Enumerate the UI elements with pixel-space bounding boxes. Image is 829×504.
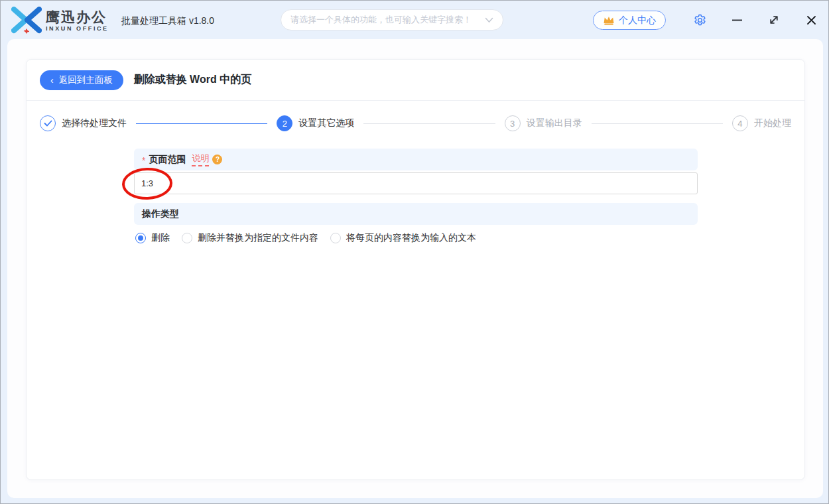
app-title: 批量处理工具箱 v1.8.0 [121, 15, 214, 27]
operation-type-options: 删除 删除并替换为指定的文件内容 将每页的内容替换为输入的文本 [134, 232, 698, 244]
titlebar: 鹰迅办公 INXUN OFFICE 批量处理工具箱 v1.8.0 请选择一个具体… [1, 1, 828, 39]
options-form: * 页面范围 说明 ? 操作类型 删除 [134, 149, 698, 244]
step-start-process: 4 开始处理 [732, 115, 791, 131]
radio-option-replace-text[interactable]: 将每页的内容替换为输入的文本 [330, 232, 476, 244]
maximize-icon [769, 15, 779, 25]
minimize-button[interactable] [726, 1, 747, 39]
step-set-options: 2 设置其它选项 [277, 115, 354, 131]
step-3-number: 3 [505, 115, 521, 131]
radio-option-delete-replace-file[interactable]: 删除并替换为指定的文件内容 [182, 232, 318, 244]
page-title: 删除或替换 Word 中的页 [134, 73, 251, 87]
close-icon [806, 15, 816, 25]
app-window: 鹰迅办公 INXUN OFFICE 批量处理工具箱 v1.8.0 请选择一个具体… [0, 0, 829, 504]
radio-option-label: 将每页的内容替换为输入的文本 [346, 232, 476, 244]
radio-unselected-icon[interactable] [182, 233, 192, 243]
step-4-number: 4 [732, 115, 748, 131]
operation-type-label-strip: 操作类型 [134, 203, 698, 225]
page-range-label-strip: * 页面范围 说明 ? [134, 149, 698, 170]
step-2-number: 2 [277, 115, 292, 131]
page-range-help-link[interactable]: 说明 [192, 153, 209, 166]
radio-option-delete[interactable]: 删除 [135, 232, 170, 244]
function-search-select[interactable]: 请选择一个具体的功能，也可输入关键字搜索！ [281, 9, 503, 31]
close-button[interactable] [800, 1, 822, 39]
step-connector [363, 123, 495, 124]
step-connector [592, 123, 723, 124]
logo-icon [11, 7, 42, 34]
tool-card: ‹ 返回到主面板 删除或替换 Word 中的页 选择待处理文件 2 设置其它选项 [26, 59, 805, 480]
step-1-label: 选择待处理文件 [62, 117, 127, 129]
back-button-label: 返回到主面板 [59, 74, 113, 86]
maximize-button[interactable] [763, 1, 785, 39]
back-to-dashboard-button[interactable]: ‹ 返回到主面板 [40, 70, 123, 90]
crown-icon [603, 15, 615, 25]
function-search-placeholder: 请选择一个具体的功能，也可输入关键字搜索！ [290, 14, 485, 26]
card-header: ‹ 返回到主面板 删除或替换 Word 中的页 [27, 60, 804, 101]
main-content: ‹ 返回到主面板 删除或替换 Word 中的页 选择待处理文件 2 设置其它选项 [7, 39, 823, 498]
minimize-icon [732, 19, 742, 21]
radio-unselected-icon[interactable] [330, 233, 341, 243]
step-output-dir: 3 设置输出目录 [505, 115, 582, 131]
chevron-down-icon [485, 17, 493, 23]
step-1-check-icon [40, 115, 56, 131]
logo-en-text: INXUN OFFICE [46, 26, 109, 32]
user-center-button[interactable]: 个人中心 [593, 11, 666, 30]
gear-icon [694, 14, 706, 27]
logo-cn-text: 鹰迅办公 [46, 10, 109, 24]
question-badge-icon[interactable]: ? [212, 155, 222, 164]
settings-button[interactable] [689, 1, 710, 39]
radio-selected-icon[interactable] [135, 233, 146, 243]
operation-type-label: 操作类型 [142, 208, 179, 220]
step-2-label: 设置其它选项 [298, 117, 354, 129]
step-select-files: 选择待处理文件 [40, 115, 127, 131]
radio-option-label: 删除并替换为指定的文件内容 [198, 232, 318, 244]
radio-option-label: 删除 [151, 232, 170, 244]
page-range-input[interactable] [134, 172, 698, 194]
step-3-label: 设置输出目录 [527, 117, 582, 129]
user-center-label: 个人中心 [619, 15, 656, 27]
step-4-label: 开始处理 [754, 117, 791, 129]
required-asterisk: * [142, 155, 145, 166]
page-range-label: 页面范围 [149, 154, 186, 166]
chevron-left-icon: ‹ [50, 76, 54, 85]
step-connector [136, 123, 267, 124]
stepper: 选择待处理文件 2 设置其它选项 3 设置输出目录 4 开始处理 [27, 101, 804, 131]
app-logo: 鹰迅办公 INXUN OFFICE [11, 7, 109, 34]
